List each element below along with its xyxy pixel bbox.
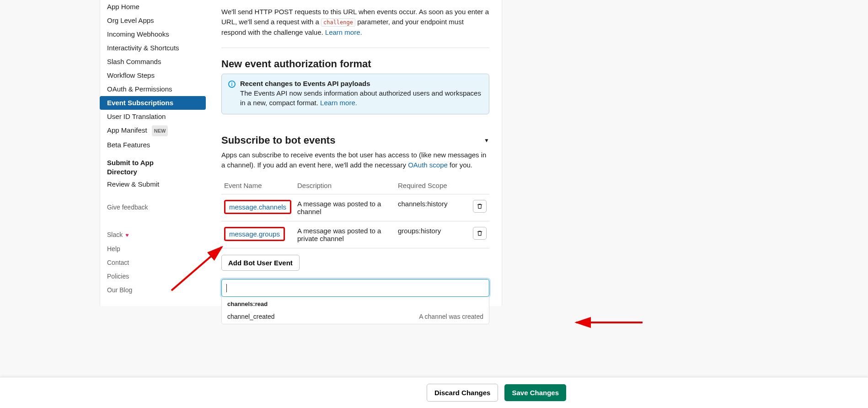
request-url-description: We'll send HTTP POST requests to this UR… [221,7,489,38]
sidebar: App Home Org Level Apps Incoming Webhook… [100,0,206,297]
save-changes-button[interactable]: Save Changes [504,384,566,401]
subscribe-header-row[interactable]: Subscribe to bot events ▼ [221,134,489,146]
add-bot-user-event-button[interactable]: Add Bot User Event [221,255,300,271]
trash-icon [477,230,483,236]
text-cursor [226,284,227,292]
learn-more-link[interactable]: Learn more. [325,28,362,36]
sidebar-item-app-home[interactable]: App Home [100,0,206,14]
sidebar-item-org-level-apps[interactable]: Org Level Apps [100,14,206,27]
sidebar-item-workflow-steps[interactable]: Workflow Steps [100,69,206,82]
footer-slack-label: Slack [107,231,123,238]
col-event-name: Event Name [221,177,295,194]
dropdown-option-desc: A channel was created [419,313,483,320]
dropdown-option[interactable]: channel_created A channel was created [222,309,489,324]
submit-directory-title: Submit to App Directory [100,152,206,177]
sidebar-item-label: App Manifest [107,126,147,134]
submit-line-2: Directory [107,168,137,176]
event-scope: groups:history [395,221,470,248]
discard-changes-button[interactable]: Discard Changes [427,384,498,402]
info-body-text: The Events API now sends information abo… [240,89,481,107]
info-body: The Events API now sends information abo… [240,88,482,107]
footer-link-policies[interactable]: Policies [100,269,206,283]
sidebar-item-beta-features[interactable]: Beta Features [100,138,206,152]
sidebar-item-oauth-permissions[interactable]: OAuth & Permissions [100,82,206,96]
sidebar-item-incoming-webhooks[interactable]: Incoming Webhooks [100,27,206,41]
info-title: Recent changes to Events API payloads [240,80,482,87]
heart-icon: ♥ [125,232,129,238]
event-scope: channels:history [395,194,470,221]
sidebar-item-app-manifest[interactable]: App Manifest NEW [100,123,206,138]
info-learn-more-link[interactable]: Learn more. [320,99,357,107]
subscribe-heading: Subscribe to bot events [221,134,335,146]
caret-down-icon: ▼ [484,137,489,144]
event-desc: A message was posted to a private channe… [295,221,395,248]
delete-event-button[interactable] [473,200,487,213]
sidebar-item-review-submit[interactable]: Review & Submit [100,177,206,191]
footer-link-help[interactable]: Help [100,242,206,256]
subscribe-description: Apps can subscribe to receive events the… [221,150,489,170]
event-link-message-groups[interactable]: message.groups [229,230,280,238]
events-table: Event Name Description Required Scope me… [221,177,489,248]
dropdown-scope-header: channels:read [222,297,489,309]
col-required-scope: Required Scope [395,177,470,194]
challenge-code: challenge [321,18,355,27]
dropdown-option-name: channel_created [227,313,275,320]
new-badge: NEW [152,125,168,136]
sidebar-item-slash-commands[interactable]: Slash Commands [100,55,206,69]
info-callout: i Recent changes to Events API payloads … [221,74,489,114]
event-dropdown: channels:read channel_created A channel … [221,297,489,324]
footer-link-contact[interactable]: Contact [100,256,206,269]
table-row: message.channels A message was posted to… [221,194,489,221]
divider [221,48,489,48]
event-search-input[interactable] [221,279,489,297]
submit-line-1: Submit to App [107,159,154,166]
delete-event-button[interactable] [473,227,487,240]
main-content: We'll send HTTP POST requests to this UR… [215,0,496,343]
oauth-scope-link[interactable]: OAuth scope [408,161,448,169]
sub-desc-post: for you. [450,161,472,169]
info-icon: i [228,81,236,88]
footer-link-slack[interactable]: Slack ♥ [100,228,206,242]
sidebar-item-interactivity-shortcuts[interactable]: Interactivity & Shortcuts [100,41,206,55]
event-link-message-channels[interactable]: message.channels [229,203,286,211]
give-feedback-link[interactable]: Give feedback [100,200,206,214]
col-description: Description [295,177,395,194]
sidebar-item-user-id-translation[interactable]: User ID Translation [100,110,206,123]
trash-icon [477,203,483,209]
save-bar: Discard Changes Save Changes [0,377,868,408]
event-desc: A message was posted to a channel [295,194,395,221]
footer-link-our-blog[interactable]: Our Blog [100,283,206,297]
table-row: message.groups A message was posted to a… [221,221,489,248]
sidebar-item-event-subscriptions[interactable]: Event Subscriptions [100,96,206,110]
auth-format-heading: New event authorization format [221,58,489,70]
